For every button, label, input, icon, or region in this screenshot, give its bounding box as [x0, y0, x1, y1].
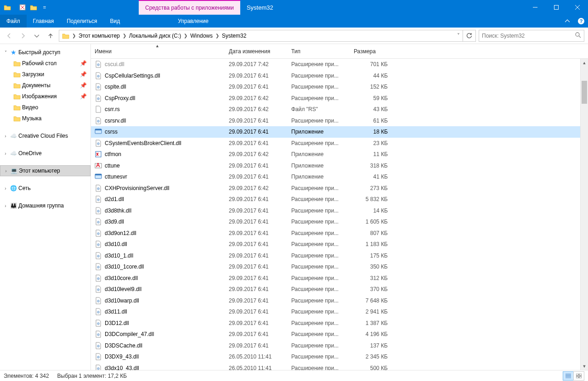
file-row[interactable]: CspProxy.dll29.09.2017 6:42Расширение пр…	[91, 93, 588, 104]
pin-icon: 📌	[80, 60, 87, 67]
chevron-right-icon[interactable]: ›	[3, 186, 8, 191]
qat-folder-icon[interactable]	[3, 3, 12, 12]
breadcrumb-drive-c[interactable]: Локальный диск (C:)	[127, 33, 183, 39]
tree-creative-cloud[interactable]: › ☁️ Creative Cloud Files	[0, 130, 90, 141]
minimize-button[interactable]	[525, 0, 546, 15]
tree-network[interactable]: › 🌐 Сеть	[0, 183, 90, 194]
tree-downloads[interactable]: Загрузки 📌	[0, 69, 90, 80]
file-row[interactable]: CXHProvisioningServer.dll29.09.2017 6:42…	[91, 183, 588, 194]
chevron-right-icon[interactable]: ›	[3, 151, 8, 156]
file-size: 1 183 КБ	[350, 241, 391, 247]
file-row[interactable]: CspCellularSettings.dll29.09.2017 6:41Ра…	[91, 70, 588, 82]
file-row[interactable]: Acttune29.09.2017 6:41Приложение318 КБ	[91, 160, 588, 172]
file-size: 41 КБ	[350, 174, 391, 180]
file-row[interactable]: d3d10warp.dll29.09.2017 6:41Расширение п…	[91, 295, 588, 307]
tree-quick-access[interactable]: ˅ ★ Быстрый доступ	[0, 47, 90, 58]
tree-this-pc[interactable]: › 💻 Этот компьютер	[0, 165, 90, 176]
file-row[interactable]: d3d9on12.dll29.09.2017 6:41Расширение пр…	[91, 228, 588, 239]
file-size: 14 КБ	[350, 207, 391, 214]
view-details-button[interactable]	[563, 371, 574, 381]
chevron-right-icon[interactable]: ›	[3, 203, 8, 208]
tree-pictures[interactable]: Изображения 📌	[0, 91, 90, 102]
file-row[interactable]: d3d10_1core.dll29.09.2017 6:41Расширение…	[91, 261, 588, 273]
address-box[interactable]: ❯ Этот компьютер ❯ Локальный диск (C:) ❯…	[59, 30, 476, 42]
help-button[interactable]: ?	[574, 15, 588, 28]
file-row[interactable]: d3d10level9.dll29.09.2017 6:41Расширение…	[91, 284, 588, 295]
breadcrumb-this-pc[interactable]: Этот компьютер	[77, 33, 122, 39]
qat-properties-icon[interactable]	[18, 3, 27, 12]
file-row[interactable]: d3d10_1.dll29.09.2017 6:41Расширение при…	[91, 250, 588, 262]
close-button[interactable]	[567, 0, 588, 15]
tree-videos[interactable]: Видео	[0, 102, 90, 113]
ribbon-tab-file[interactable]: Файл	[0, 15, 27, 28]
tree-desktop[interactable]: Рабочий стол 📌	[0, 58, 90, 69]
breadcrumb-sep[interactable]: ❯	[215, 33, 220, 38]
file-row[interactable]: cscui.dll29.09.2017 7:42Расширение при..…	[91, 59, 588, 70]
column-type[interactable]: Тип	[288, 44, 350, 58]
nav-back-button[interactable]	[4, 30, 15, 41]
file-row[interactable]: csrr.rs29.09.2017 6:42Файл "RS"43 КБ	[91, 104, 588, 115]
breadcrumb-system32[interactable]: System32	[220, 33, 248, 39]
address-dropdown-button[interactable]: ˅	[454, 33, 463, 39]
file-row[interactable]: csrss29.09.2017 6:41Приложение18 КБ	[91, 126, 588, 138]
svg-point-55	[98, 368, 99, 369]
file-date: 29.09.2017 6:41	[225, 73, 288, 79]
scroll-thumb[interactable]	[582, 81, 587, 104]
scroll-up-button[interactable]: ▲	[581, 59, 588, 67]
file-row[interactable]: D3DCompiler_47.dll29.09.2017 6:41Расшире…	[91, 329, 588, 340]
file-row[interactable]: d2d1.dll29.09.2017 6:41Расширение при...…	[91, 194, 588, 205]
file-row[interactable]: CSystemEventsBrokerClient.dll29.09.2017 …	[91, 138, 588, 149]
ribbon-tab-view[interactable]: Вид	[103, 15, 126, 28]
scroll-down-button[interactable]: ▼	[581, 362, 588, 370]
column-date[interactable]: Дата изменения	[225, 44, 288, 58]
file-row[interactable]: D3DSCache.dll29.09.2017 6:41Расширение п…	[91, 340, 588, 352]
contextual-tab-app-tools[interactable]: Средства работы с приложениями	[139, 0, 240, 15]
search-box[interactable]: Поиск: System32	[479, 30, 584, 42]
onedrive-icon: ☁️	[9, 149, 17, 157]
file-name: csrr.rs	[105, 106, 120, 112]
chevron-right-icon[interactable]: ›	[3, 134, 8, 139]
ribbon-tab-home[interactable]: Главная	[27, 15, 61, 28]
tree-documents[interactable]: Документы 📌	[0, 80, 90, 91]
file-row[interactable]: csplte.dll29.09.2017 6:41Расширение при.…	[91, 81, 588, 93]
nav-forward-button[interactable]	[17, 30, 28, 41]
chevron-down-icon[interactable]: ˅	[3, 50, 8, 55]
tree-homegroup[interactable]: › 👪 Домашняя группа	[0, 200, 90, 211]
maximize-button[interactable]	[546, 0, 567, 15]
ribbon-tab-management[interactable]: Управление	[171, 15, 215, 28]
chevron-right-icon[interactable]: ›	[3, 168, 9, 174]
breadcrumb-windows[interactable]: Windows	[188, 33, 215, 39]
ribbon-tab-share[interactable]: Поделиться	[60, 15, 103, 28]
view-thumbnails-button[interactable]	[573, 371, 584, 381]
file-row[interactable]: cttunesvr29.09.2017 6:41Приложение41 КБ	[91, 171, 588, 183]
qat-customize-icon[interactable]: =	[40, 3, 49, 12]
file-row[interactable]: csrsrv.dll29.09.2017 6:41Расширение при.…	[91, 115, 588, 127]
file-icon	[95, 252, 102, 259]
breadcrumb-sep[interactable]: ❯	[122, 33, 127, 38]
vertical-scrollbar[interactable]: ▲ ▼	[580, 59, 588, 370]
breadcrumb-sep[interactable]: ❯	[183, 33, 188, 38]
file-type: Расширение при...	[288, 230, 350, 236]
file-row[interactable]: d3d11.dll29.09.2017 6:41Расширение при..…	[91, 306, 588, 318]
column-size[interactable]: Размера	[350, 44, 391, 58]
qat-new-folder-icon[interactable]	[29, 3, 38, 12]
file-row[interactable]: d3d9.dll29.09.2017 6:41Расширение при...…	[91, 216, 588, 228]
file-row[interactable]: d3d10.dll29.09.2017 6:41Расширение при..…	[91, 239, 588, 250]
file-row[interactable]: d3d10core.dll29.09.2017 6:41Расширение п…	[91, 273, 588, 284]
nav-recent-button[interactable]	[31, 30, 42, 41]
ribbon-collapse-button[interactable]	[560, 15, 574, 28]
nav-up-button[interactable]	[45, 30, 56, 41]
tree-music[interactable]: Музыка	[0, 113, 90, 124]
tree-onedrive[interactable]: › ☁️ OneDrive	[0, 148, 90, 159]
ribbon-tabs: Файл Главная Поделиться Вид Управление ?	[0, 15, 588, 28]
address-refresh-button[interactable]	[463, 30, 475, 41]
file-size: 7 648 КБ	[350, 297, 391, 304]
file-size: 137 КБ	[350, 342, 391, 349]
file-row[interactable]: ctfmon29.09.2017 6:42Приложение11 КБ	[91, 149, 588, 160]
file-row[interactable]: D3DX9_43.dll26.05.2010 11:41Расширение п…	[91, 351, 588, 363]
search-icon[interactable]	[575, 32, 581, 39]
file-row[interactable]: d3d8thk.dll29.09.2017 6:41Расширение при…	[91, 205, 588, 217]
breadcrumb-sep[interactable]: ❯	[71, 33, 77, 38]
file-row[interactable]: d3dx10_43.dll26.05.2010 11:41Расширение …	[91, 363, 588, 370]
file-row[interactable]: D3D12.dll29.09.2017 6:41Расширение при..…	[91, 318, 588, 329]
